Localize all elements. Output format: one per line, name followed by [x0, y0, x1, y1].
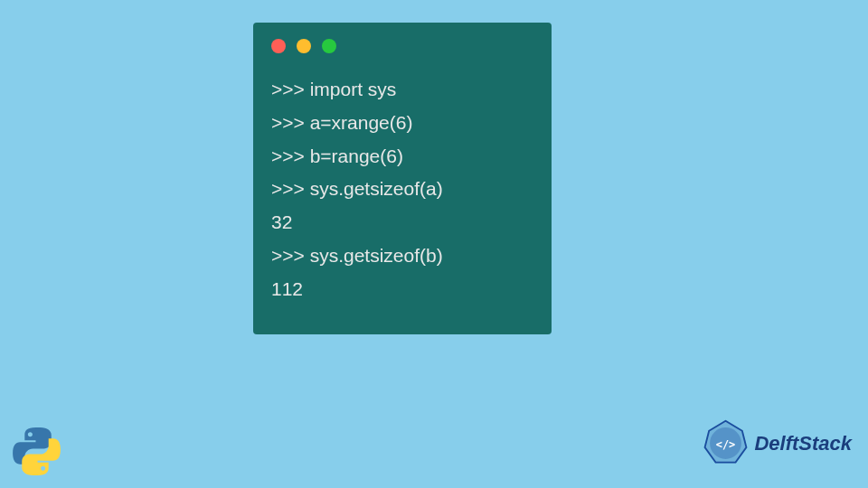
python-logo-icon	[7, 422, 66, 481]
brand-name: DelftStack	[754, 432, 852, 455]
delftstack-badge-icon: </>	[701, 418, 750, 468]
delftstack-logo: </> DelftStack	[701, 418, 852, 468]
code-line: >>> sys.getsizeof(a)	[271, 173, 533, 206]
code-line: >>> sys.getsizeof(b)	[271, 239, 533, 273]
close-icon	[271, 39, 286, 53]
code-line: 32	[271, 206, 533, 239]
code-line: >>> b=range(6)	[271, 140, 533, 174]
window-controls	[271, 39, 533, 53]
terminal-window: >>> import sys >>> a=xrange(6) >>> b=ran…	[253, 23, 552, 334]
code-line: >>> a=xrange(6)	[271, 107, 533, 140]
code-line: 112	[271, 273, 533, 306]
code-line: >>> import sys	[271, 73, 533, 107]
maximize-icon	[322, 39, 336, 53]
minimize-icon	[297, 39, 311, 53]
svg-text:</>: </>	[716, 438, 736, 451]
